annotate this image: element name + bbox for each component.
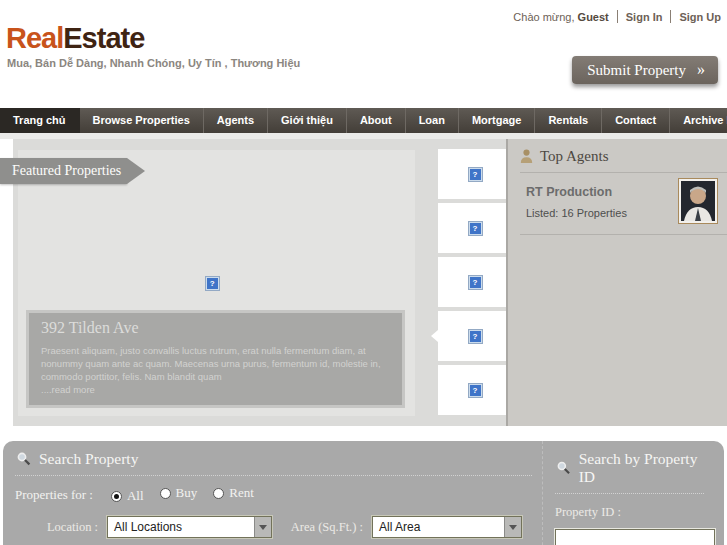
content-gap: [0, 426, 727, 441]
area-selected-value: All Area: [373, 520, 504, 534]
dropdown-arrow-icon[interactable]: [254, 517, 271, 537]
tagline: Mua, Bán Dễ Dàng, Nhanh Chóng, Uy Tín , …: [7, 55, 352, 72]
search-property-panel: Search Property Properties for : AllBuyR…: [3, 441, 542, 545]
divider: [670, 10, 671, 23]
properties-for-radio-group: AllBuyRent: [111, 485, 270, 504]
nav-item[interactable]: Browse Properties: [80, 108, 204, 133]
sign-up-link[interactable]: Sign Up: [679, 11, 721, 23]
radio-circle-icon: [160, 488, 171, 499]
nav-item[interactable]: Giới thiệu: [268, 108, 347, 133]
slider-thumbnails: ?????: [438, 149, 512, 419]
read-more-link[interactable]: ....read more: [41, 384, 95, 395]
nav-item[interactable]: Trang chủ: [0, 108, 80, 133]
search-icon: [557, 461, 571, 475]
broken-image-icon: ?: [468, 221, 483, 236]
slider-thumbnail[interactable]: ?: [438, 311, 512, 361]
slide-description: Praesent aliquam, justo convallis luctus…: [41, 345, 381, 382]
search-panel-title: Search Property: [39, 450, 138, 468]
header: Chào mừng, Guest Sign In Sign Up RealEst…: [0, 0, 727, 108]
main-nav: Trang chủBrowse PropertiesAgentsGiới thi…: [0, 108, 727, 133]
nav-item[interactable]: Rentals: [535, 108, 602, 133]
broken-image-icon: ?: [468, 275, 483, 290]
submit-property-label: Submit Property: [587, 62, 686, 79]
top-agents-sidebar: Top Agents RT Production Listed: 16 Prop…: [506, 139, 727, 426]
location-selected-value: All Locations: [108, 520, 254, 534]
agent-avatar: [679, 179, 717, 223]
location-label: Location :: [15, 520, 107, 535]
slider-thumbnail[interactable]: ?: [438, 257, 512, 307]
nav-item[interactable]: Mortgage: [459, 108, 536, 133]
welcome-user: Guest: [578, 11, 609, 23]
content-band: ? 392 Tilden Ave Praesent aliquam, justo…: [0, 139, 727, 426]
radio-circle-icon: [111, 491, 122, 502]
welcome-text: Chào mừng,: [513, 11, 574, 23]
submit-property-button[interactable]: Submit Property »: [572, 56, 718, 84]
dropdown-arrow-icon[interactable]: [504, 517, 521, 537]
nav-item[interactable]: Agents: [204, 108, 268, 133]
area-label: Area (Sq.Ft.) :: [272, 520, 372, 535]
radio-option-rent[interactable]: Rent: [213, 485, 254, 501]
slider-thumbnail[interactable]: ?: [438, 203, 512, 253]
search-band: Search Property Properties for : AllBuyR…: [3, 441, 724, 545]
slider-thumbnail[interactable]: ?: [438, 149, 512, 199]
property-id-input[interactable]: [555, 529, 715, 545]
logo-part-2: Estate: [63, 22, 144, 54]
slider-broken-image-holder: ?: [205, 272, 220, 291]
radio-circle-icon: [213, 488, 224, 499]
sign-in-link[interactable]: Sign In: [626, 11, 663, 23]
search-by-id-panel: Search by Property ID Property ID : Tìm …: [542, 441, 724, 545]
divider: [15, 475, 532, 476]
broken-image-icon: ?: [468, 383, 483, 398]
broken-image-icon: ?: [468, 167, 483, 182]
logo[interactable]: RealEstate: [6, 22, 144, 55]
broken-image-icon: ?: [205, 276, 220, 291]
radio-option-buy[interactable]: Buy: [160, 485, 198, 501]
nav-item[interactable]: Contact: [602, 108, 670, 133]
nav-item[interactable]: Loan: [406, 108, 459, 133]
broken-image-icon: ?: [468, 329, 483, 344]
featured-properties-ribbon: Featured Properties: [0, 158, 127, 184]
logo-part-1: Real: [6, 22, 63, 54]
radio-option-all[interactable]: All: [111, 488, 144, 504]
double-chevron-icon: »: [697, 61, 703, 79]
slide-caption: 392 Tilden Ave Praesent aliquam, justo c…: [26, 310, 405, 408]
welcome-bar: Chào mừng, Guest Sign In Sign Up: [513, 10, 721, 23]
sidebar-title: Top Agents: [540, 148, 609, 165]
nav-item[interactable]: About: [347, 108, 406, 133]
property-slider[interactable]: ? 392 Tilden Ave Praesent aliquam, justo…: [18, 150, 415, 416]
slide-title[interactable]: 392 Tilden Ave: [41, 319, 390, 337]
location-select[interactable]: All Locations: [107, 516, 272, 538]
properties-for-label: Properties for :: [15, 487, 93, 503]
property-id-label: Property ID :: [555, 505, 714, 520]
person-icon: [520, 149, 533, 164]
agent-list-item[interactable]: RT Production Listed: 16 Properties: [520, 173, 727, 235]
area-select[interactable]: All Area: [372, 516, 522, 538]
search-icon: [17, 452, 31, 466]
divider: [555, 493, 704, 494]
slider-thumbnail[interactable]: ?: [438, 365, 512, 415]
search-by-id-title: Search by Property ID: [579, 450, 714, 486]
nav-item[interactable]: Archive Pages: [670, 108, 727, 133]
divider: [617, 10, 618, 23]
